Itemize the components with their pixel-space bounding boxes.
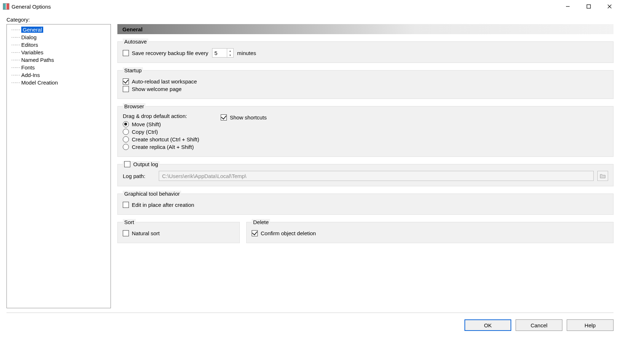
tree-item-editors[interactable]: ⋯⋯Editors <box>8 41 109 49</box>
content-panel: General Autosave Save recovery backup fi… <box>117 24 614 308</box>
log-path-input[interactable] <box>159 171 594 181</box>
tree-dots-icon: ⋯⋯ <box>11 35 20 40</box>
svg-rect-1 <box>587 5 590 8</box>
tree-item-fonts[interactable]: ⋯⋯Fonts <box>8 64 109 71</box>
close-button[interactable] <box>599 0 620 13</box>
tree-dots-icon: ⋯⋯ <box>11 42 20 47</box>
log-path-label: Log path: <box>123 173 155 179</box>
tree-item-model-creation[interactable]: ⋯⋯Model Creation <box>8 79 109 86</box>
show-shortcuts-checkbox[interactable]: Show shortcuts <box>221 114 267 120</box>
drag-drop-radio-0[interactable]: Move (Shift) <box>123 121 199 127</box>
browser-group: Browser Drag & drop default action: Move… <box>117 103 614 157</box>
output-log-group: Output log Log path: <box>117 161 614 186</box>
tree-item-add-ins[interactable]: ⋯⋯Add-Ins <box>8 71 109 79</box>
tree-item-general[interactable]: ⋯⋯General <box>8 26 109 33</box>
autosave-legend: Autosave <box>123 38 148 45</box>
drag-drop-radio-2[interactable]: Create shortcut (Ctrl + Shift) <box>123 136 199 142</box>
ok-button[interactable]: OK <box>464 319 511 331</box>
tree-item-named-paths[interactable]: ⋯⋯Named Paths <box>8 56 109 64</box>
startup-legend: Startup <box>123 67 143 73</box>
cancel-button[interactable]: Cancel <box>516 319 562 331</box>
tree-dots-icon: ⋯⋯ <box>11 27 20 32</box>
autosave-group: Autosave Save recovery backup file every… <box>117 38 614 63</box>
spinner-up-icon[interactable]: ▲ <box>227 49 233 53</box>
delete-group: Delete Confirm object deletion <box>246 219 614 243</box>
drag-drop-radio-3[interactable]: Create replica (Alt + Shift) <box>123 144 199 150</box>
output-log-checkbox[interactable]: Output log <box>124 161 158 167</box>
autosave-interval-spinner[interactable]: ▲ ▼ <box>212 48 234 58</box>
dialog-buttons: OK Cancel Help <box>0 313 620 331</box>
show-welcome-checkbox[interactable]: Show welcome page <box>123 86 608 92</box>
autosave-checkbox[interactable]: Save recovery backup file every <box>123 50 208 56</box>
startup-group: Startup Auto-reload last workspace Show … <box>117 67 614 99</box>
tree-dots-icon: ⋯⋯ <box>11 65 20 70</box>
confirm-delete-checkbox[interactable]: Confirm object deletion <box>252 230 608 236</box>
delete-legend: Delete <box>252 219 270 225</box>
browser-legend: Browser <box>123 103 145 109</box>
auto-reload-checkbox[interactable]: Auto-reload last workspace <box>123 78 608 85</box>
graphical-group: Graphical tool behavior Edit in place af… <box>117 191 614 215</box>
sort-legend: Sort <box>123 219 136 225</box>
category-tree[interactable]: ⋯⋯General⋯⋯Dialog⋯⋯Editors⋯⋯Variables⋯⋯N… <box>6 24 111 308</box>
tree-dots-icon: ⋯⋯ <box>11 80 20 85</box>
tree-dots-icon: ⋯⋯ <box>11 72 20 78</box>
app-icon <box>3 3 9 10</box>
autosave-unit: minutes <box>237 50 256 56</box>
edit-in-place-checkbox[interactable]: Edit in place after creation <box>123 202 608 208</box>
natural-sort-checkbox[interactable]: Natural sort <box>123 230 234 236</box>
minimize-button[interactable] <box>557 0 578 13</box>
maximize-button[interactable] <box>578 0 599 13</box>
drag-drop-radio-1[interactable]: Copy (Ctrl) <box>123 129 199 135</box>
tree-item-dialog[interactable]: ⋯⋯Dialog <box>8 33 109 41</box>
tree-dots-icon: ⋯⋯ <box>11 57 20 63</box>
graphical-legend: Graphical tool behavior <box>123 191 181 197</box>
window-title: General Options <box>12 4 557 10</box>
category-label: Category: <box>6 17 614 23</box>
section-header: General <box>117 24 614 34</box>
spinner-down-icon[interactable]: ▼ <box>227 53 233 57</box>
autosave-interval-input[interactable] <box>212 49 227 57</box>
help-button[interactable]: Help <box>567 319 614 331</box>
tree-item-variables[interactable]: ⋯⋯Variables <box>8 49 109 56</box>
drag-drop-label: Drag & drop default action: <box>123 113 199 119</box>
browse-folder-button[interactable] <box>597 171 608 181</box>
title-bar: General Options <box>0 0 620 13</box>
sort-group: Sort Natural sort <box>117 219 240 243</box>
tree-dots-icon: ⋯⋯ <box>11 50 20 55</box>
